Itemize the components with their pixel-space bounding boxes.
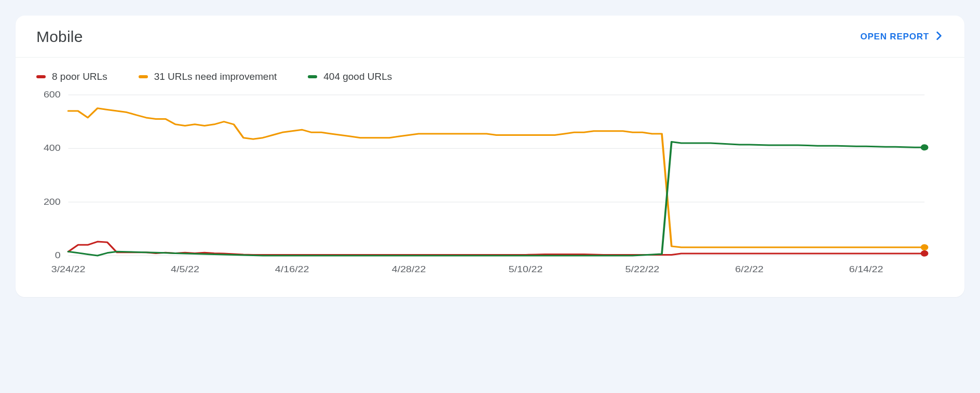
- swatch-need: [139, 75, 148, 78]
- svg-text:200: 200: [44, 197, 61, 206]
- swatch-good: [308, 75, 317, 78]
- svg-text:4/16/22: 4/16/22: [275, 265, 309, 274]
- line-chart: 02004006003/24/224/5/224/16/224/28/225/1…: [36, 85, 944, 282]
- chart-legend: 8 poor URLs 31 URLs need improvement 404…: [16, 58, 964, 85]
- legend-item-good[interactable]: 404 good URLs: [308, 71, 392, 82]
- svg-text:5/10/22: 5/10/22: [509, 265, 543, 274]
- legend-label-poor: 8 poor URLs: [52, 71, 107, 82]
- svg-text:4/5/22: 4/5/22: [171, 265, 199, 274]
- svg-point-18: [921, 144, 929, 150]
- svg-text:600: 600: [44, 90, 61, 100]
- legend-label-need: 31 URLs need improvement: [154, 71, 277, 82]
- open-report-label: OPEN REPORT: [860, 32, 929, 42]
- swatch-poor: [36, 75, 46, 78]
- svg-text:5/22/22: 5/22/22: [625, 265, 660, 274]
- card-header: Mobile OPEN REPORT: [16, 16, 964, 58]
- svg-text:0: 0: [55, 251, 61, 260]
- svg-point-17: [921, 244, 929, 250]
- legend-item-need[interactable]: 31 URLs need improvement: [139, 71, 277, 82]
- svg-text:4/28/22: 4/28/22: [392, 265, 426, 274]
- chevron-right-icon: [934, 31, 944, 43]
- core-web-vitals-mobile-card: Mobile OPEN REPORT 8 poor URLs 31 URLs n…: [16, 16, 964, 297]
- open-report-button[interactable]: OPEN REPORT: [860, 31, 944, 43]
- legend-label-good: 404 good URLs: [323, 71, 392, 82]
- legend-item-poor[interactable]: 8 poor URLs: [36, 71, 107, 82]
- svg-text:6/2/22: 6/2/22: [735, 265, 764, 274]
- svg-text:6/14/22: 6/14/22: [849, 265, 883, 274]
- chart-area: 02004006003/24/224/5/224/16/224/28/225/1…: [16, 85, 964, 297]
- svg-text:400: 400: [44, 144, 61, 153]
- svg-text:3/24/22: 3/24/22: [51, 265, 86, 274]
- panel-title: Mobile: [36, 28, 83, 46]
- svg-point-16: [921, 250, 929, 257]
